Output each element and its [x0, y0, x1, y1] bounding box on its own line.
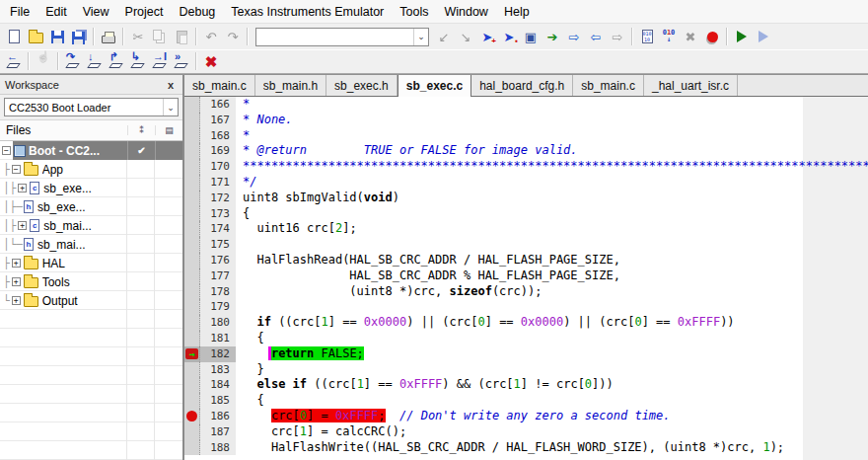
menu-edit[interactable]: Edit: [37, 2, 75, 22]
download-debug-icon[interactable]: [731, 26, 753, 47]
menu-help[interactable]: Help: [496, 2, 538, 22]
breakpoint-gutter-cell[interactable]: [184, 175, 200, 191]
expand-icon[interactable]: +: [12, 259, 21, 268]
breakpoint-gutter-cell[interactable]: [184, 128, 200, 144]
menu-tools[interactable]: Tools: [392, 2, 436, 22]
open-file-icon[interactable]: [25, 26, 46, 47]
menu-texas-instruments-emulator[interactable]: Texas Instruments Emulator: [223, 2, 392, 22]
expand-icon[interactable]: +: [18, 184, 27, 192]
go-multi-icon[interactable]: »: [171, 50, 192, 72]
breakpoint-gutter-cell[interactable]: [184, 159, 200, 175]
next-statement-icon[interactable]: ↳: [127, 50, 149, 72]
breakpoint-gutter-cell[interactable]: [184, 97, 200, 113]
breakpoint-gutter-cell[interactable]: [184, 284, 200, 300]
make-icon[interactable]: 010↓: [658, 26, 680, 47]
step-over-icon[interactable]: ↷: [62, 50, 84, 72]
breakpoint-gutter-cell[interactable]: [184, 143, 200, 159]
breakpoint-gutter-cell[interactable]: [184, 299, 200, 315]
breakpoint-gutter-cell[interactable]: [184, 113, 200, 128]
tab-sb-main-h[interactable]: sb_main.h: [255, 75, 326, 96]
expand-icon[interactable]: +: [18, 221, 27, 230]
breakpoint-gutter-cell[interactable]: [184, 221, 200, 237]
tree-item-sb-mai-[interactable]: │└─hsb_mai...: [0, 235, 182, 254]
tab--hal-uart-isr-c[interactable]: _hal_uart_isr.c: [644, 75, 738, 96]
tree-item-sb-mai-[interactable]: │├+csb_mai...: [0, 216, 182, 235]
run-to-cursor-icon[interactable]: →I: [149, 50, 171, 72]
save-all-icon[interactable]: [68, 26, 90, 47]
breakpoint-gutter-cell[interactable]: [184, 440, 200, 456]
compile-icon[interactable]: [636, 26, 658, 47]
breakpoint-gutter-cell[interactable]: [184, 237, 200, 253]
expand-icon[interactable]: +: [12, 277, 21, 286]
stop-debug-icon[interactable]: ✖: [200, 50, 222, 72]
goto-definition-icon[interactable]: ➤+: [476, 26, 498, 47]
breakpoint-gutter-cell[interactable]: [184, 393, 200, 409]
breakpoint-gutter-cell[interactable]: [184, 409, 200, 424]
tree-item-sb-exe-[interactable]: │├─hsb_exe...: [0, 197, 182, 216]
save-icon[interactable]: [46, 26, 68, 47]
tab-sb-exec-h[interactable]: sb_exec.h: [326, 75, 398, 96]
tab-sb-main-c[interactable]: sb_main.c: [184, 75, 255, 96]
breakpoint-gutter-cell[interactable]: [184, 377, 200, 393]
collapse-icon[interactable]: −: [12, 165, 21, 174]
close-icon[interactable]: x: [164, 79, 178, 91]
step-into-icon[interactable]: ↓: [84, 50, 106, 72]
next-bookmark-icon[interactable]: ⇨: [563, 26, 585, 47]
tab-sb-main-c[interactable]: sb_main.c: [573, 75, 644, 96]
redo-icon[interactable]: ↷: [222, 26, 244, 47]
find-all-references-icon[interactable]: ➤▪: [498, 26, 520, 47]
navigate-forward-icon[interactable]: ↘: [455, 26, 476, 47]
go-icon[interactable]: ➔: [542, 26, 563, 47]
breakpoint-gutter-cell[interactable]: [184, 315, 200, 331]
tree-item-sb-exe-[interactable]: │├+csb_exe...: [0, 179, 182, 197]
open-header-source-icon[interactable]: ⇨: [607, 26, 628, 47]
toggle-breakpoint-icon[interactable]: [701, 26, 723, 47]
code-editor[interactable]: 166*167* None.168*169* @return TRUE or F…: [184, 97, 868, 460]
breakpoint-gutter-cell[interactable]: [184, 268, 200, 284]
stop-build-icon[interactable]: ✖: [680, 26, 701, 47]
break-icon[interactable]: ☝: [33, 50, 54, 72]
menu-debug[interactable]: Debug: [171, 2, 223, 22]
step-out-icon[interactable]: ↱: [106, 50, 127, 72]
chevron-down-icon[interactable]: ⌄: [413, 29, 428, 45]
navigate-backward-icon[interactable]: ↙: [433, 26, 455, 47]
configuration-selector[interactable]: CC2530 Boot Loader ⌄: [4, 98, 179, 116]
breakpoint-gutter-cell[interactable]: [184, 191, 200, 206]
chevron-down-icon[interactable]: ⌄: [163, 99, 178, 115]
menu-file[interactable]: File: [2, 2, 37, 22]
collapse-icon[interactable]: −: [2, 146, 11, 155]
expand-icon[interactable]: +: [12, 296, 21, 305]
tree-item-hal[interactable]: ├+HAL: [0, 254, 182, 272]
tab-hal-board-cfg-h[interactable]: hal_board_cfg.h: [471, 75, 573, 96]
tree-item-app[interactable]: ├−App: [0, 160, 182, 179]
menu-bar: FileEditViewProjectDebugTexas Instrument…: [0, 0, 868, 24]
breakpoint-gutter-cell[interactable]: [184, 424, 200, 440]
previous-bookmark-icon[interactable]: ⇦: [585, 26, 607, 47]
menu-project[interactable]: Project: [117, 2, 172, 22]
breakpoint-gutter-cell[interactable]: [184, 206, 200, 222]
copy-icon[interactable]: [149, 26, 171, 47]
tree-item-output[interactable]: └+Output: [0, 291, 182, 310]
find-in-files-icon[interactable]: ▣: [520, 26, 542, 47]
breakpoint-gutter-cell[interactable]: [184, 346, 200, 362]
cut-icon[interactable]: ✂: [127, 26, 149, 47]
folder-icon: [24, 259, 38, 269]
search-combobox-input[interactable]: [256, 30, 413, 44]
reset-icon[interactable]: ←: [3, 50, 25, 72]
menu-window[interactable]: Window: [436, 2, 495, 22]
tree-item-boot-cc2-[interactable]: −Boot - CC2...✔: [0, 141, 182, 160]
breakpoint-gutter-cell[interactable]: [184, 253, 200, 268]
project-file-tree[interactable]: −Boot - CC2...✔├−App│├+csb_exe...│├─hsb_…: [0, 141, 182, 460]
undo-icon[interactable]: ↶: [200, 26, 222, 47]
search-combobox[interactable]: ⌄: [255, 28, 429, 46]
new-file-icon[interactable]: [3, 26, 25, 47]
breakpoint-gutter-cell[interactable]: [184, 331, 200, 346]
tree-item-tools[interactable]: ├+Tools: [0, 272, 182, 291]
menu-view[interactable]: View: [75, 2, 117, 22]
debug-without-download-icon[interactable]: [753, 26, 774, 47]
paste-icon[interactable]: [171, 26, 192, 47]
breakpoint-gutter-cell[interactable]: [184, 362, 200, 378]
tab-sb-exec-c[interactable]: sb_exec.c: [398, 75, 471, 97]
print-icon[interactable]: [98, 26, 119, 47]
configuration-value: CC2530 Boot Loader: [5, 102, 163, 114]
